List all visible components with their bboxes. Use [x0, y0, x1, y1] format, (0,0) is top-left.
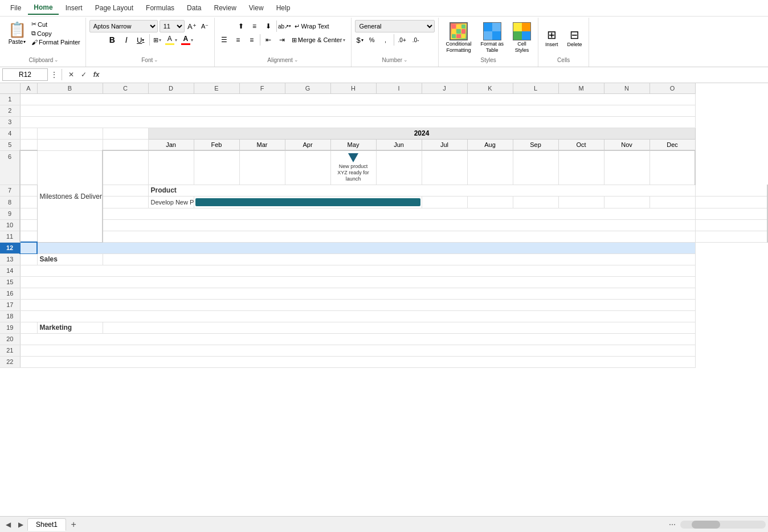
cell[interactable]: [20, 276, 695, 288]
tab-data[interactable]: Data: [181, 2, 207, 14]
cell[interactable]: [422, 150, 467, 185]
month-jun[interactable]: Jun: [376, 139, 422, 150]
month-sep[interactable]: Sep: [513, 139, 558, 150]
font-expand-icon[interactable]: ⌄: [154, 57, 158, 63]
cell[interactable]: [20, 105, 695, 116]
decimal-inc-button[interactable]: .0+: [396, 34, 408, 46]
cell[interactable]: [20, 196, 37, 208]
clipboard-expand-icon[interactable]: ⌄: [54, 57, 59, 63]
year-header-cell[interactable]: 2024: [148, 128, 695, 139]
cell[interactable]: [558, 196, 604, 208]
copy-button[interactable]: ⧉ Copy: [30, 29, 82, 38]
month-nov[interactable]: Nov: [604, 139, 649, 150]
tab-insert[interactable]: Insert: [60, 2, 88, 14]
merge-center-button[interactable]: ⊞ Merge & Center ▾: [289, 34, 348, 46]
cell[interactable]: [20, 128, 37, 139]
tab-review[interactable]: Review: [208, 2, 242, 14]
cell-styles-button[interactable]: CellStyles: [509, 20, 534, 56]
delete-button[interactable]: ⊟ Delete: [563, 26, 585, 50]
cell[interactable]: [695, 208, 767, 219]
col-header-C[interactable]: C: [103, 83, 148, 94]
cell[interactable]: [513, 150, 558, 185]
decimal-dec-button[interactable]: .0-: [410, 34, 422, 46]
top-align-button[interactable]: ⬆: [235, 20, 247, 32]
cell[interactable]: [695, 196, 767, 208]
confirm-formula-button[interactable]: ✓: [78, 69, 89, 80]
cell[interactable]: [20, 231, 37, 242]
cell[interactable]: [467, 196, 513, 208]
row-num[interactable]: 20: [0, 333, 20, 345]
cell[interactable]: [20, 219, 37, 231]
row-num[interactable]: 19: [0, 322, 20, 333]
cell[interactable]: [20, 253, 37, 265]
month-oct[interactable]: Oct: [558, 139, 604, 150]
tab-file[interactable]: File: [5, 2, 27, 14]
row-num[interactable]: 15: [0, 276, 20, 288]
cell[interactable]: [20, 356, 695, 367]
cell[interactable]: [37, 128, 103, 139]
row-num[interactable]: 9: [0, 208, 20, 219]
row-num[interactable]: 3: [0, 116, 20, 128]
cell[interactable]: [103, 208, 695, 219]
gantt-bar-cell[interactable]: [194, 196, 422, 208]
center-align-button[interactable]: ≡: [232, 34, 244, 46]
cut-button[interactable]: ✂ Cut: [30, 20, 82, 28]
cell[interactable]: [20, 139, 37, 150]
cell[interactable]: [20, 150, 37, 185]
row-num[interactable]: 4: [0, 128, 20, 139]
row-num[interactable]: 14: [0, 265, 20, 276]
cell[interactable]: [20, 208, 37, 219]
cell[interactable]: [604, 196, 649, 208]
dollar-button[interactable]: $▾: [355, 36, 364, 44]
col-header-B[interactable]: B: [37, 83, 103, 94]
border-button[interactable]: ⊞▾: [152, 34, 162, 46]
number-format-select[interactable]: General: [355, 20, 435, 32]
cell[interactable]: [20, 345, 695, 356]
col-header-N[interactable]: N: [604, 83, 649, 94]
cell[interactable]: [376, 150, 422, 185]
cell[interactable]: [285, 150, 330, 185]
middle-align-button[interactable]: ≡: [248, 20, 261, 32]
indent-dec-button[interactable]: ⇤: [262, 34, 275, 46]
col-header-K[interactable]: K: [467, 83, 513, 94]
cell[interactable]: [37, 242, 695, 253]
col-header-H[interactable]: H: [330, 83, 376, 94]
col-header-D[interactable]: D: [148, 83, 194, 94]
month-apr[interactable]: Apr: [285, 139, 330, 150]
tab-formulas[interactable]: Formulas: [140, 2, 180, 14]
decrease-font-button[interactable]: A⁻: [199, 21, 211, 32]
indent-inc-button[interactable]: ⇥: [276, 34, 288, 46]
row-num[interactable]: 6: [0, 150, 20, 185]
develop-product-label[interactable]: Develop New Product: "XYZ": [148, 196, 194, 208]
format-as-table-button[interactable]: Format asTable: [477, 20, 507, 56]
cell[interactable]: [103, 322, 695, 333]
cell[interactable]: [695, 185, 767, 196]
cell[interactable]: [103, 196, 148, 208]
month-jul[interactable]: Jul: [422, 139, 467, 150]
tab-page-layout[interactable]: Page Layout: [89, 2, 139, 14]
col-header-M[interactable]: M: [558, 83, 604, 94]
col-header-E[interactable]: E: [194, 83, 239, 94]
col-header-F[interactable]: F: [239, 83, 285, 94]
col-header-A[interactable]: A: [20, 83, 37, 94]
cell[interactable]: [103, 128, 148, 139]
name-box[interactable]: [2, 68, 48, 81]
left-align-button[interactable]: ☰: [218, 34, 231, 46]
month-dec[interactable]: Dec: [649, 139, 695, 150]
alignment-expand-icon[interactable]: ⌄: [294, 57, 299, 63]
cell[interactable]: [194, 150, 239, 185]
cell[interactable]: [604, 150, 649, 185]
col-header-I[interactable]: I: [376, 83, 422, 94]
cell[interactable]: [695, 219, 767, 231]
insert-button[interactable]: ⊞ Insert: [542, 26, 562, 50]
bottom-align-button[interactable]: ⬇: [262, 20, 275, 32]
row-num[interactable]: 7: [0, 185, 20, 196]
month-aug[interactable]: Aug: [467, 139, 513, 150]
cell[interactable]: [20, 288, 695, 299]
cell[interactable]: [103, 219, 695, 231]
month-mar[interactable]: Mar: [239, 139, 285, 150]
cell[interactable]: [20, 333, 695, 345]
cell[interactable]: [103, 139, 148, 150]
cancel-formula-button[interactable]: ✕: [66, 69, 77, 80]
tab-help[interactable]: Help: [271, 2, 296, 14]
